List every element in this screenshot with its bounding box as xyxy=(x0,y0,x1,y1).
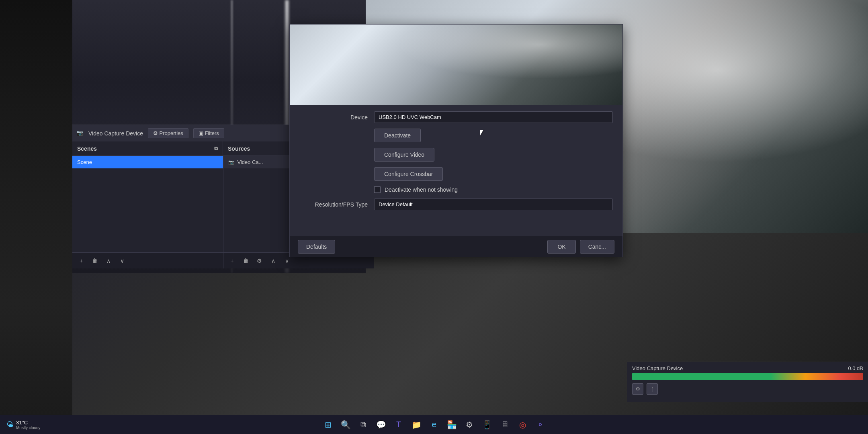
audio-gear-button[interactable]: ⚙ xyxy=(632,383,643,395)
scenes-copy-icon: ⧉ xyxy=(214,145,218,152)
scenes-header-label: Scenes xyxy=(77,145,97,152)
device-icon: 📱 xyxy=(482,420,492,430)
audio-mixer: Video Capture Device 0.0 dB ⚙ ⋮ xyxy=(627,362,868,402)
device-value-input[interactable] xyxy=(374,111,613,123)
taskbar: 🌤 31°C Mostly cloudy ⊞ 🔍 ⧉ 💬 T 📁 e 🏪 xyxy=(0,415,868,434)
dialog-body: Device Deactivate Configure Video Config… xyxy=(290,105,622,236)
obs-icon: ⚬ xyxy=(537,420,544,430)
widgets-icon: 💬 xyxy=(376,420,386,430)
audio-mixer-source-label: Video Capture Device xyxy=(632,365,683,371)
sources-header-label: Sources xyxy=(228,145,250,152)
weather-temperature: 31°C xyxy=(16,420,41,426)
taskbar-weather-widget[interactable]: 🌤 31°C Mostly cloudy xyxy=(3,418,44,432)
edge-icon: e xyxy=(432,420,436,429)
video-capture-icon: 📷 xyxy=(76,130,84,137)
dialog-camera-preview-inner xyxy=(290,25,622,105)
sources-delete-button[interactable]: 🗑 xyxy=(240,255,252,266)
filters-button[interactable]: ▣ Filters xyxy=(193,128,224,138)
scenes-header: Scenes ⧉ xyxy=(72,141,223,156)
deactivate-when-showing-row: Deactivate when not showing xyxy=(374,186,613,193)
source-bar-label: Video Capture Device xyxy=(88,130,143,137)
teams-icon: T xyxy=(396,420,401,429)
dialog-camera-preview xyxy=(290,25,622,105)
footer-left: Defaults xyxy=(298,240,335,254)
configure-video-button[interactable]: Configure Video xyxy=(374,148,434,162)
taskbar-settings-button[interactable]: ⚙ xyxy=(461,417,477,433)
audio-mixer-label-row: Video Capture Device 0.0 dB xyxy=(632,365,863,371)
remote-icon: 🖥 xyxy=(501,420,509,429)
store-icon: 🏪 xyxy=(447,420,457,430)
sources-settings-button[interactable]: ⚙ xyxy=(254,255,265,266)
taskbar-teams-button[interactable]: T xyxy=(391,417,407,433)
scenes-delete-button[interactable]: 🗑 xyxy=(89,255,100,266)
device-label: Device xyxy=(299,114,368,121)
resolution-fps-input[interactable] xyxy=(374,199,613,210)
taskbar-edge-button[interactable]: e xyxy=(426,417,442,433)
scenes-move-down-button[interactable]: ∨ xyxy=(117,255,128,266)
weather-text: 31°C Mostly cloudy xyxy=(16,420,41,430)
audio-level-bar xyxy=(632,373,863,380)
taskbar-widgets-button[interactable]: 💬 xyxy=(373,417,389,433)
properties-dialog: Device Deactivate Configure Video Config… xyxy=(289,24,623,257)
scene-item[interactable]: Scene xyxy=(72,156,223,168)
taskbar-taskview-button[interactable]: ⧉ xyxy=(355,417,371,433)
scenes-list: Scene xyxy=(72,156,223,252)
windows-logo-icon: ⊞ xyxy=(325,420,332,430)
deactivate-when-showing-label: Deactivate when not showing xyxy=(385,186,458,193)
scenes-toolbar: + 🗑 ∧ ∨ xyxy=(72,252,223,268)
deactivate-row: Deactivate xyxy=(299,129,613,142)
deactivate-button[interactable]: Deactivate xyxy=(374,129,421,142)
taskbar-chrome-button[interactable]: ◎ xyxy=(514,417,530,433)
configure-crossbar-button[interactable]: Configure Crossbar xyxy=(374,167,443,181)
taskbar-start-button[interactable]: ⊞ xyxy=(320,417,336,433)
files-icon: 📁 xyxy=(411,420,422,430)
audio-more-button[interactable]: ⋮ xyxy=(647,383,658,395)
scenes-add-button[interactable]: + xyxy=(76,255,87,266)
defaults-button[interactable]: Defaults xyxy=(298,240,335,254)
audio-db-value: 0.0 dB xyxy=(848,365,863,371)
properties-button[interactable]: ⚙ Properties xyxy=(148,128,188,138)
taskbar-device-button[interactable]: 📱 xyxy=(479,417,495,433)
chrome-icon: ◎ xyxy=(519,420,526,430)
weather-description: Mostly cloudy xyxy=(16,426,41,430)
taskbar-center-icons: ⊞ 🔍 ⧉ 💬 T 📁 e 🏪 ⚙ 📱 🖥 xyxy=(320,417,548,433)
configure-crossbar-row: Configure Crossbar xyxy=(299,167,613,181)
taskbar-store-button[interactable]: 🏪 xyxy=(444,417,460,433)
taskbar-remote-button[interactable]: 🖥 xyxy=(497,417,513,433)
configure-video-row: Configure Video xyxy=(299,148,613,162)
resolution-fps-row: Resolution/FPS Type xyxy=(299,199,613,210)
footer-right: OK Canc... xyxy=(547,240,614,254)
resolution-fps-label: Resolution/FPS Type xyxy=(299,201,368,208)
settings-icon: ⚙ xyxy=(466,420,473,430)
sources-move-up-button[interactable]: ∧ xyxy=(268,255,279,266)
search-icon: 🔍 xyxy=(341,420,351,430)
taskbar-search-button[interactable]: 🔍 xyxy=(338,417,354,433)
deactivate-when-showing-checkbox[interactable] xyxy=(374,186,381,193)
audio-mixer-controls: ⚙ ⋮ xyxy=(632,383,863,395)
taskview-icon: ⧉ xyxy=(360,420,366,429)
source-video-icon: 📷 xyxy=(228,160,234,165)
taskbar-files-button[interactable]: 📁 xyxy=(408,417,424,433)
sources-add-button[interactable]: + xyxy=(227,255,238,266)
weather-icon: 🌤 xyxy=(6,420,14,429)
taskbar-obs-button[interactable]: ⚬ xyxy=(532,417,548,433)
scenes-move-up-button[interactable]: ∧ xyxy=(103,255,114,266)
ok-button[interactable]: OK xyxy=(547,240,575,254)
device-row: Device xyxy=(299,111,613,123)
left-equipment-area xyxy=(0,0,72,434)
cancel-button[interactable]: Canc... xyxy=(580,240,614,254)
dialog-footer: Defaults OK Canc... xyxy=(290,236,622,257)
